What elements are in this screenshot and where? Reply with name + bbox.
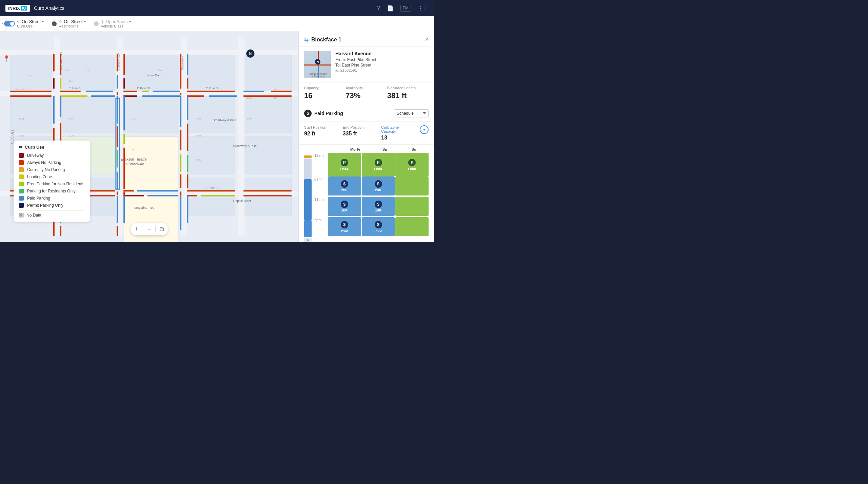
schedule-select[interactable]: Schedule Time of Day Day of Week: [394, 109, 429, 117]
curb-zone-capacity: Curb Zone Capacity 13: [381, 125, 412, 141]
panel-header: ⇆ Blockface 1 ×: [299, 31, 434, 47]
svg-rect-1: [10, 54, 51, 92]
pencil-legend-icon: ✏: [19, 145, 23, 150]
off-street-section[interactable]: ☆ Off-Street ▾ Restrictions: [52, 19, 86, 28]
cell-su-11am: [395, 197, 429, 216]
on-street-label: On-Street: [22, 19, 41, 24]
svg-rect-47: [86, 91, 113, 92]
legend-swatch: [19, 189, 24, 193]
fm-button[interactable]: FM: [400, 5, 411, 12]
label-sa-12am: FREE: [374, 167, 382, 170]
dollar-icon-mofr-5pm: $: [341, 221, 348, 228]
cell-mofr-8am: $ 2HR: [328, 176, 361, 196]
svg-rect-123: [187, 155, 188, 172]
panel-address-info: Harvard Avenue From: East Pike Street To…: [335, 51, 429, 78]
svg-rect-68: [243, 190, 292, 191]
label-sa-11am: 2HR: [375, 209, 381, 212]
svg-rect-125: [187, 196, 188, 223]
header-left: INRIX IQ Curb Analytics: [5, 5, 64, 12]
zoom-in-button[interactable]: +: [131, 223, 143, 235]
zone-expand-button[interactable]: ▾: [420, 125, 429, 134]
svg-text:1529: 1529: [68, 135, 74, 137]
stat-blockface-length-value: 381 ft: [387, 91, 429, 100]
on-street-switch[interactable]: [4, 21, 15, 26]
svg-rect-120: [187, 78, 188, 89]
svg-rect-2: [10, 95, 51, 133]
label-mofr-11am: 2HR: [341, 209, 348, 212]
legend-swatch: [19, 196, 24, 201]
svg-rect-119: [187, 54, 188, 75]
open-spots-sublabel: Vehicle Class: [101, 24, 131, 28]
svg-text:900: 900: [273, 97, 277, 99]
svg-rect-104: [123, 78, 125, 89]
svg-text:1604: 1604: [63, 69, 69, 72]
legend-item-label: Parking for Residents Only: [27, 189, 76, 193]
legend-close-button[interactable]: ✕: [18, 212, 23, 218]
day-cells-5pm: $ PAID $ PAID: [328, 217, 429, 236]
help-icon[interactable]: ?: [377, 5, 380, 11]
svg-rect-18: [243, 137, 292, 174]
stat-blockface-length-label: Blockface Length: [387, 86, 429, 90]
svg-text:E Pine St: E Pine St: [68, 87, 81, 90]
docs-icon[interactable]: 📄: [387, 5, 394, 12]
map-zoom-controls: + − ⧉: [131, 223, 168, 235]
day-cells-12am: P FREE P FREE P FREE: [328, 153, 429, 176]
on-street-toggle[interactable]: ✏ On-Street ▾ Curb Use: [4, 19, 44, 28]
legend-item: Loading Zone: [19, 174, 84, 179]
panel-map-thumbnail: N Erickson Theatreon Broadway: [304, 51, 331, 78]
svg-rect-50: [153, 91, 180, 92]
svg-rect-122: [187, 124, 188, 151]
svg-rect-77: [53, 54, 55, 72]
cell-sa-11am: $ 2HR: [362, 197, 395, 216]
cell-mofr-12am: P FREE: [328, 153, 361, 176]
day-mo-fr: Mo-Fr: [341, 147, 370, 151]
svg-rect-92: [60, 226, 61, 236]
cell-mofr-5pm: $ PAID: [328, 217, 361, 236]
start-position-value: 92 ft: [304, 131, 335, 137]
svg-rect-118: [180, 196, 181, 230]
panel-close-button[interactable]: ×: [425, 36, 429, 43]
svg-text:514: 514: [28, 74, 32, 77]
svg-text:1531: 1531: [19, 117, 24, 120]
svg-text:Capitol Cider: Capitol Cider: [233, 199, 251, 203]
svg-rect-109: [123, 196, 125, 223]
day-cells-11am: $ 2HR $ 2HR: [328, 197, 429, 216]
thumbnail-label: Erickson Theatreon Broadway: [305, 73, 331, 77]
map-container[interactable]: E Pine St E Pine St E Pine St E Pike St …: [0, 31, 298, 242]
svg-rect-20: [0, 91, 298, 96]
arrows-icon: ⇆: [304, 36, 309, 43]
svg-text:506: 506: [15, 88, 19, 91]
app-header: INRIX IQ Curb Analytics ? 📄 FM ⋮⋮: [0, 0, 434, 16]
panel-id: id: 21502591: [335, 68, 429, 72]
day-su: Su: [399, 147, 429, 151]
map-location-icon[interactable]: 📍: [3, 55, 10, 62]
svg-rect-97: [117, 126, 118, 147]
inrix-text: INRIX: [8, 6, 20, 11]
svg-rect-9: [123, 54, 178, 92]
svg-text:N: N: [249, 52, 252, 56]
svg-rect-112: [180, 93, 181, 95]
legend-swatch: [19, 203, 24, 208]
start-position-label: Start Position: [304, 125, 335, 129]
svg-rect-55: [60, 95, 87, 97]
grid-icon[interactable]: ⋮⋮: [418, 5, 429, 12]
svg-rect-98: [117, 150, 118, 168]
svg-text:E Pine St: E Pine St: [137, 87, 150, 90]
p-icon-mofr-12am: P: [341, 159, 348, 166]
open-spots-section[interactable]: ◎ OpenSpots ▾ Vehicle Class: [94, 19, 131, 28]
stat-availability-value: 73%: [346, 91, 387, 100]
panel-title: Blockface 1: [311, 37, 341, 43]
svg-rect-94: [117, 75, 118, 88]
panel-to: To: East Pine Street: [335, 63, 429, 68]
layers-button[interactable]: ⧉: [156, 223, 168, 235]
end-position-label: End Position: [343, 125, 373, 129]
svg-rect-16: [243, 54, 292, 92]
svg-rect-79: [53, 96, 55, 124]
zoom-out-button[interactable]: −: [143, 223, 155, 235]
open-spots-dot: [94, 21, 99, 26]
svg-rect-114: [180, 130, 181, 150]
svg-rect-117: [180, 191, 181, 196]
svg-text:601: 601: [68, 80, 73, 82]
svg-rect-52: [243, 91, 264, 92]
end-position: End Position 335 ft: [343, 125, 373, 141]
